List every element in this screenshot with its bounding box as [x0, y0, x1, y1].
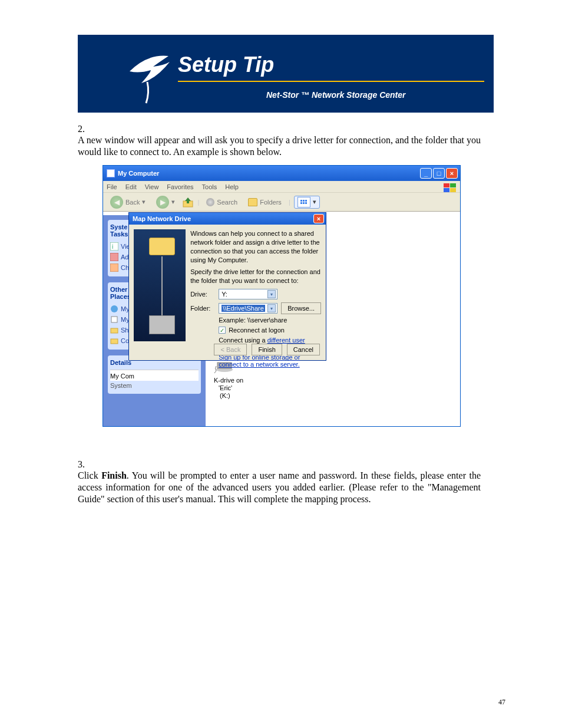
svg-rect-2 [444, 188, 449, 192]
window-titlebar[interactable]: My Computer _ □ × [103, 166, 460, 181]
reconnect-label: Reconnect at logon [229, 327, 285, 334]
forward-icon: ▶ [156, 196, 169, 209]
folders-icon [248, 198, 257, 206]
dialog-intro-text: Windows can help you connect to a shared… [190, 229, 321, 264]
svg-rect-12 [111, 339, 118, 344]
menu-tools[interactable]: Tools [202, 183, 217, 190]
dialog-close-button[interactable]: × [313, 214, 324, 223]
window-title: My Computer [118, 170, 420, 177]
system-tasks-title: System Tasks [110, 223, 128, 238]
artwork-folder-icon [149, 238, 175, 255]
menu-bar: File Edit View Favorites Tools Help [103, 181, 460, 193]
checkbox-icon[interactable]: ✓ [219, 327, 226, 334]
menu-edit[interactable]: Edit [125, 183, 137, 190]
control-panel-icon [110, 337, 118, 345]
up-button[interactable] [182, 196, 194, 208]
step-2-number: 2. [78, 124, 98, 134]
svg-rect-3 [450, 188, 456, 192]
page-number: 47 [498, 698, 505, 707]
setup-tip-banner: Setup Tip Net-Stor ™ Network Storage Cen… [78, 35, 494, 113]
menu-file[interactable]: File [107, 183, 117, 190]
dialog-artwork [134, 229, 186, 341]
forward-button[interactable]: ▶ ▾ [153, 195, 178, 210]
folder-example: Example: \\server\share [219, 317, 321, 324]
views-button[interactable]: ▾ [294, 196, 320, 209]
artwork-pc-icon [149, 315, 175, 334]
svg-rect-0 [444, 183, 449, 187]
step-2: 2. A new window will appear and will ask… [78, 124, 502, 158]
close-button[interactable]: × [446, 168, 458, 179]
search-icon [206, 198, 214, 206]
banner-underline [178, 81, 484, 82]
step-3: 3. Click Finish. You will be prompted to… [78, 459, 502, 505]
network-places-icon [110, 305, 118, 313]
search-button[interactable]: Search [203, 197, 241, 207]
drive-label: Drive: [190, 291, 215, 298]
map-network-drive-dialog: Map Network Drive × Windows can help you… [128, 212, 326, 361]
svg-rect-1 [450, 183, 456, 187]
documents-icon [110, 315, 118, 324]
dialog-instruction-text: Specify the drive letter for the connect… [190, 268, 321, 285]
artwork-cable [161, 256, 163, 317]
banner-title: Setup Tip [178, 52, 274, 77]
windows-flag-icon [444, 183, 457, 193]
finish-button[interactable]: Finish [252, 344, 282, 355]
menu-help[interactable]: Help [225, 183, 239, 190]
network-drive-label[interactable]: K-drive on 'Eric' (K:) [214, 377, 452, 400]
signup-link[interactable]: Sign up for online storage or connect to… [219, 354, 319, 368]
folders-button[interactable]: Folders [244, 197, 285, 207]
add-remove-icon [110, 253, 118, 261]
svg-rect-10 [111, 317, 117, 322]
step-3-number: 3. [78, 459, 98, 470]
folder-select[interactable]: \\Edrive\Share ▾ [219, 303, 277, 314]
svg-rect-8 [110, 263, 118, 272]
cancel-button[interactable]: Cancel [287, 344, 320, 355]
shared-folder-icon [110, 326, 118, 334]
back-button[interactable]: ◀ Back ▾ [107, 195, 149, 210]
folder-label: Folder: [190, 305, 215, 312]
drive-select[interactable]: Y: ▾ [219, 289, 277, 299]
toolbar: ◀ Back ▾ ▶ ▾ | Search Folders | ▾ [103, 193, 460, 212]
maximize-button[interactable]: □ [433, 168, 445, 179]
svg-text:i: i [112, 243, 113, 250]
back-icon: ◀ [110, 196, 123, 209]
minimize-button[interactable]: _ [420, 168, 432, 179]
dialog-titlebar[interactable]: Map Network Drive × [129, 213, 326, 225]
svg-rect-7 [110, 253, 118, 261]
chevron-down-icon: ▾ [267, 290, 276, 298]
info-icon: i [110, 242, 118, 251]
step-3-text: Click Finish. You will be prompted to en… [78, 470, 481, 505]
banner-subtitle: Net-Stor ™ Network Storage Center [266, 90, 405, 100]
hawkingtech-logo [124, 42, 174, 106]
dialog-title: Map Network Drive [133, 215, 191, 222]
chevron-down-icon: ▾ [267, 304, 276, 312]
back-button: < Back [214, 344, 247, 355]
step-2-text: A new window will appear and will ask yo… [78, 134, 481, 158]
window-icon [107, 169, 115, 177]
reconnect-checkbox-row[interactable]: ✓ Reconnect at logon [219, 327, 321, 334]
views-icon [297, 197, 310, 207]
settings-icon [110, 263, 118, 272]
drive-value: Y: [222, 291, 227, 298]
menu-view[interactable]: View [145, 183, 159, 190]
svg-point-9 [111, 305, 118, 312]
svg-rect-11 [111, 328, 118, 333]
menu-favorites[interactable]: Favorites [167, 183, 193, 190]
browse-button[interactable]: Browse... [281, 302, 321, 314]
folder-value: \\Edrive\Share [222, 305, 265, 312]
details-system: System [110, 381, 199, 390]
